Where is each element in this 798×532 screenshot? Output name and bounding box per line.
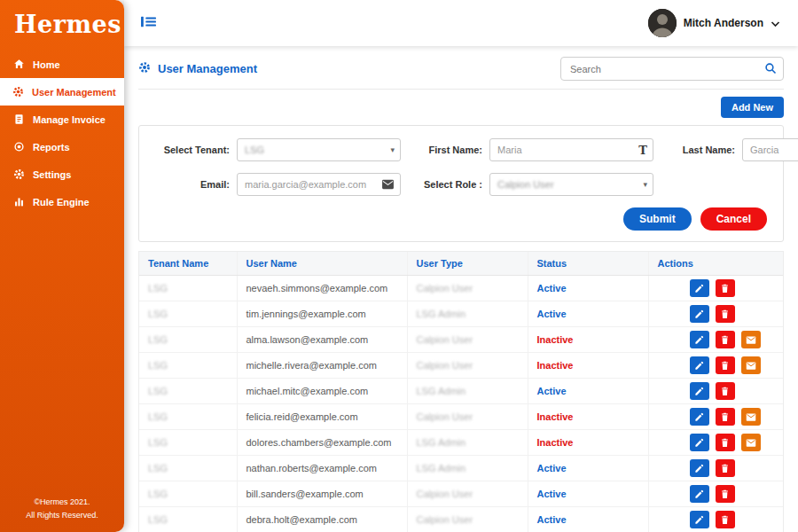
reports-icon xyxy=(12,141,25,153)
user-type-cell: LSG Admin xyxy=(407,379,528,404)
delete-button[interactable] xyxy=(716,331,735,348)
mail-icon xyxy=(746,335,756,345)
delete-button[interactable] xyxy=(716,408,735,426)
app-root: Hermes Home User Management Manage Invoi… xyxy=(0,0,798,532)
add-new-button[interactable]: Add New xyxy=(721,97,784,118)
edit-pencil-icon xyxy=(694,438,704,448)
mail-button[interactable] xyxy=(741,408,761,426)
sidebar-item-settings[interactable]: Settings xyxy=(0,160,124,188)
actions-cell xyxy=(648,507,783,532)
actions-cell xyxy=(648,430,783,456)
delete-button[interactable] xyxy=(716,459,735,477)
sidebar-item-reports[interactable]: Reports xyxy=(0,133,124,160)
user-type-cell: Calpion User xyxy=(407,507,528,532)
tenant-select[interactable]: LSG xyxy=(237,138,401,161)
search-icon[interactable] xyxy=(764,62,777,74)
table-row: LSG michelle.rivera@example.com Calpion … xyxy=(139,353,783,379)
actions-cell xyxy=(648,327,783,353)
user-management-title-icon xyxy=(138,61,151,76)
user-name-cell: felicia.reid@example.com xyxy=(237,404,407,430)
user-name-cell: michelle.rivera@example.com xyxy=(237,353,407,379)
sidebar-item-home[interactable]: Home xyxy=(0,51,124,78)
page-header: User Management xyxy=(138,53,784,90)
delete-button[interactable] xyxy=(716,382,735,400)
table-row: LSG nevaeh.simmons@example.com Calpion U… xyxy=(139,276,783,301)
edit-button[interactable] xyxy=(690,331,709,348)
page-content: User Management Add New Select Tenant: xyxy=(124,46,798,532)
user-menu[interactable]: Mitch Anderson xyxy=(648,9,780,37)
sidebar-toggle-button[interactable] xyxy=(138,12,159,34)
role-label: Select Role : xyxy=(408,179,482,190)
delete-button[interactable] xyxy=(716,305,735,323)
search-input[interactable] xyxy=(560,57,784,81)
trash-icon xyxy=(720,515,730,525)
edit-button[interactable] xyxy=(690,356,709,374)
invoice-icon xyxy=(12,113,25,125)
tenant-cell: LSG xyxy=(139,456,237,481)
sidebar-footer: ©Hermes 2021. All Rights Reserved. xyxy=(0,496,124,532)
status-cell: Active xyxy=(528,456,648,481)
users-table: Tenant Name User Name User Type Status A… xyxy=(138,251,784,532)
last-name-input[interactable] xyxy=(742,138,798,161)
role-chevron-down-icon: ▾ xyxy=(643,180,647,189)
user-form: Select Tenant: LSG ▾ First Name: T xyxy=(138,125,784,242)
delete-button[interactable] xyxy=(716,279,735,297)
role-select[interactable]: Calpion User xyxy=(489,173,653,196)
sidebar-item-rule-engine[interactable]: Rule Engine xyxy=(0,188,124,215)
sidebar-item-user-management[interactable]: User Management xyxy=(0,78,124,106)
delete-button[interactable] xyxy=(716,356,735,374)
user-name-cell: tim.jennings@example.com xyxy=(237,301,407,327)
sidebar-item-manage-invoice[interactable]: Manage Invoice xyxy=(0,106,124,133)
edit-pencil-icon xyxy=(694,464,704,473)
delete-button[interactable] xyxy=(716,434,735,451)
last-name-control: T xyxy=(742,138,798,161)
text-type-icon: T xyxy=(638,145,647,156)
trash-icon xyxy=(720,309,730,319)
edit-button[interactable] xyxy=(690,408,709,426)
mail-button[interactable] xyxy=(741,331,761,348)
settings-gear-icon xyxy=(12,168,25,180)
trash-icon xyxy=(720,438,730,448)
edit-pencil-icon xyxy=(694,489,704,499)
status-cell: Inactive xyxy=(528,430,648,456)
mail-button[interactable] xyxy=(741,356,761,374)
edit-button[interactable] xyxy=(690,382,709,400)
user-type-cell: Calpion User xyxy=(407,276,528,301)
trash-icon xyxy=(720,284,730,293)
user-type-cell: Calpion User xyxy=(407,353,528,379)
edit-button[interactable] xyxy=(690,459,709,477)
mail-button[interactable] xyxy=(741,434,761,451)
role-select-value: Calpion User xyxy=(497,179,554,190)
mail-icon xyxy=(746,438,756,448)
delete-button[interactable] xyxy=(716,511,735,528)
tenant-control: LSG ▾ xyxy=(237,138,401,161)
user-type-cell: LSG Admin xyxy=(407,301,528,327)
user-type-cell: Calpion User xyxy=(407,481,528,507)
edit-pencil-icon xyxy=(694,309,704,319)
edit-button[interactable] xyxy=(690,485,709,503)
user-name-cell: nathan.roberts@example.com xyxy=(237,456,407,481)
form-actions: Submit Cancel xyxy=(155,207,767,231)
user-type-cell: Calpion User xyxy=(407,404,528,430)
edit-button[interactable] xyxy=(690,305,709,323)
copyright-line2: All Rights Reserved. xyxy=(0,509,124,521)
table-row: LSG dolores.chambers@example.com LSG Adm… xyxy=(139,430,783,456)
tenant-select-value: LSG xyxy=(245,145,264,155)
submit-button[interactable]: Submit xyxy=(623,207,692,231)
email-input[interactable] xyxy=(237,173,401,196)
delete-button[interactable] xyxy=(716,485,735,503)
trash-icon xyxy=(720,412,730,422)
column-header-actions: Actions xyxy=(648,252,783,276)
user-name-cell: alma.lawson@example.com xyxy=(237,327,407,353)
edit-button[interactable] xyxy=(690,434,709,451)
edit-button[interactable] xyxy=(690,511,709,528)
rule-engine-icon xyxy=(12,196,25,207)
role-control: Calpion User ▾ xyxy=(489,173,653,196)
first-name-input[interactable] xyxy=(489,138,653,161)
status-cell: Inactive xyxy=(528,327,648,353)
edit-button[interactable] xyxy=(690,279,709,297)
user-type-cell: LSG Admin xyxy=(407,430,528,456)
status-cell: Inactive xyxy=(528,404,648,430)
cancel-button[interactable]: Cancel xyxy=(700,207,767,231)
status-cell: Active xyxy=(528,481,648,507)
